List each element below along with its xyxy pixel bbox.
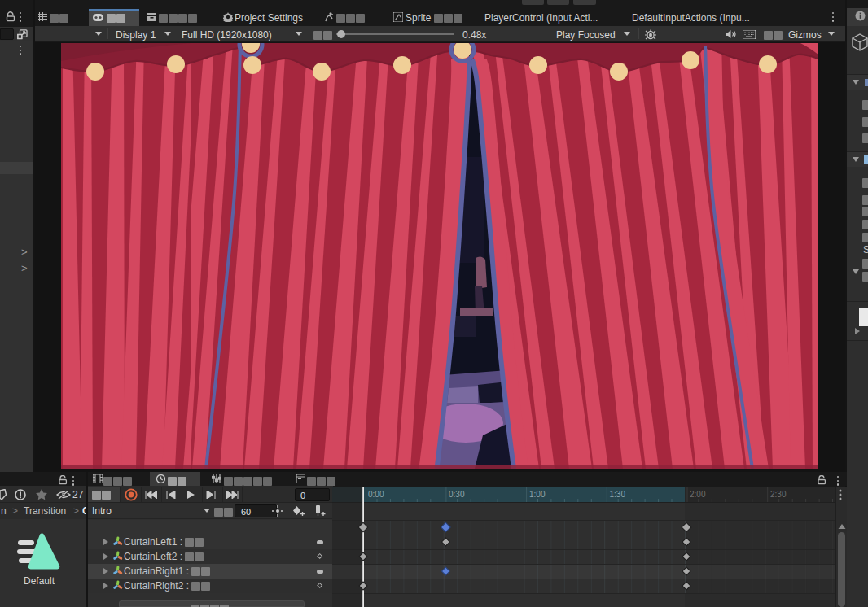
svg-text:1:00: 1:00 <box>529 490 546 499</box>
svg-text:0:00: 0:00 <box>368 490 384 499</box>
svg-text:2:00: 2:00 <box>690 490 706 499</box>
svg-text:2:30: 2:30 <box>770 490 787 499</box>
svg-text:1:30: 1:30 <box>610 490 626 499</box>
svg-text:0:30: 0:30 <box>449 490 465 499</box>
